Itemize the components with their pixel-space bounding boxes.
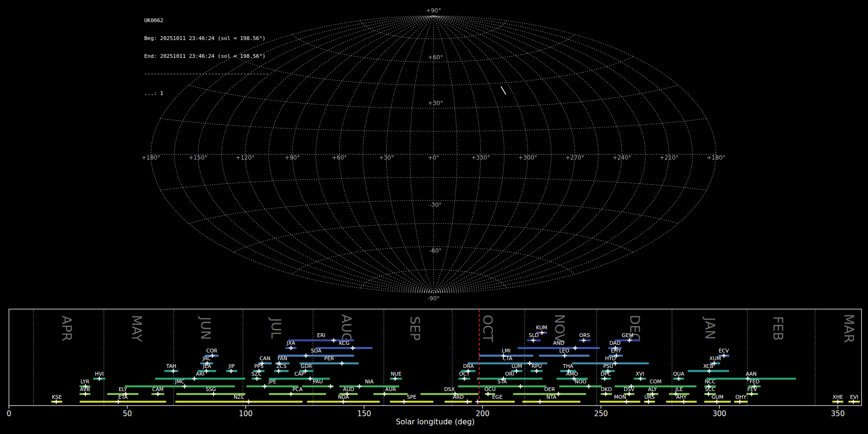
shower-peak-marker bbox=[624, 400, 629, 404]
shower-peak-marker bbox=[83, 392, 88, 396]
shower-label: MON bbox=[614, 394, 626, 400]
axis-tick-label: 350 bbox=[831, 409, 845, 418]
shower-label: NTA bbox=[546, 394, 556, 400]
shower-bar bbox=[278, 355, 354, 357]
shower-peak-marker bbox=[462, 377, 466, 381]
shower-label: THA bbox=[562, 363, 573, 369]
end-time: End: 20251011 23:46:24 (sol = 198.56°) bbox=[144, 54, 269, 59]
shower-peak-marker bbox=[465, 400, 470, 404]
shower-label: ORI bbox=[505, 371, 515, 377]
map-lon-label: +300° bbox=[518, 154, 537, 161]
shower-label: OCU bbox=[485, 386, 496, 392]
shower-label: AVB bbox=[80, 386, 90, 392]
shower-label: PCA bbox=[292, 386, 303, 392]
map-pole-label: +90° bbox=[426, 7, 441, 14]
map-lon-label: +150° bbox=[189, 154, 207, 161]
axis-tick-label: 200 bbox=[475, 409, 489, 418]
shower-peak-marker bbox=[681, 400, 686, 404]
shower-label: DSX bbox=[444, 386, 455, 392]
shower-peak-marker bbox=[97, 377, 102, 381]
shower-label: AHY bbox=[676, 394, 687, 400]
shower-peak-marker bbox=[276, 369, 281, 373]
station-id: UK0062 bbox=[144, 18, 269, 24]
shower-peak-marker bbox=[486, 392, 490, 396]
shower-label: ELY bbox=[119, 386, 127, 392]
shower-label: ORS bbox=[579, 332, 590, 338]
shower-label: SSG bbox=[205, 386, 216, 392]
shower-peak-marker bbox=[677, 377, 681, 381]
shower-bar bbox=[559, 385, 602, 387]
shower-peak-marker bbox=[638, 377, 643, 381]
month-label: AUG bbox=[339, 314, 354, 342]
shower-label: NCC bbox=[705, 379, 716, 384]
shower-peak-marker bbox=[54, 400, 58, 404]
shower-peak-marker bbox=[582, 338, 586, 342]
shower-label: FED bbox=[749, 379, 760, 384]
map-lon-label: +270° bbox=[566, 154, 584, 161]
shower-label: GEM bbox=[622, 332, 633, 338]
shower-label: NIA bbox=[365, 379, 374, 384]
axis-tick-label: 300 bbox=[713, 409, 727, 418]
shower-label: PAU bbox=[313, 379, 323, 384]
shower-label: JPE bbox=[268, 379, 276, 384]
shower-label: LUM bbox=[512, 363, 522, 369]
month-label: OCT bbox=[480, 315, 495, 342]
shower-label: GDR bbox=[301, 363, 312, 369]
shower-label: NZC bbox=[233, 394, 244, 400]
shower-label: LMI bbox=[502, 348, 511, 353]
meteor-count: ...: 1 bbox=[144, 91, 269, 96]
shower-peak-marker bbox=[402, 400, 406, 404]
shower-label: ALY bbox=[648, 386, 657, 392]
shower-label: PSU bbox=[603, 363, 613, 369]
shower-peak-marker bbox=[340, 361, 344, 366]
shower-bar bbox=[420, 393, 478, 395]
map-lon-label: +240° bbox=[612, 154, 631, 161]
shower-bar bbox=[155, 378, 245, 380]
shower-peak-marker bbox=[534, 369, 539, 373]
shower-peak-marker bbox=[341, 400, 345, 404]
shower-peak-marker bbox=[851, 400, 855, 404]
shower-label: RPU bbox=[531, 363, 542, 369]
shower-bar bbox=[477, 378, 542, 380]
shower-label: DRA bbox=[463, 363, 474, 369]
plot-header: UK0062 Beg: 20251011 23:46:24 (sol = 198… bbox=[144, 6, 269, 108]
shower-bar bbox=[176, 401, 303, 403]
shower-label: PER bbox=[324, 355, 334, 361]
map-lon-label: +180° bbox=[707, 154, 726, 161]
shower-label: AUR bbox=[385, 386, 396, 392]
shower-label: EGE bbox=[492, 394, 502, 400]
month-label: MAY bbox=[129, 315, 144, 342]
shower-label: JLE bbox=[675, 386, 683, 392]
shower-label: ZCS bbox=[276, 363, 287, 369]
shower-label: GUM bbox=[711, 394, 723, 400]
shower-peak-marker bbox=[715, 400, 719, 404]
map-lon-label: +330° bbox=[471, 154, 490, 161]
axis-tick-label: 100 bbox=[239, 409, 253, 418]
shower-bar bbox=[600, 401, 640, 403]
shower-peak-marker bbox=[836, 400, 840, 404]
shower-peak-marker bbox=[538, 400, 542, 404]
shower-bar bbox=[480, 401, 515, 403]
shower-label: FAN bbox=[277, 355, 287, 361]
shower-label: EHY bbox=[611, 348, 622, 353]
shower-label: ARD bbox=[453, 394, 464, 400]
shower-label: KCG bbox=[339, 340, 350, 346]
shower-peak-marker bbox=[706, 392, 711, 396]
shower-label: DAD bbox=[610, 340, 621, 346]
shower-label: NOO bbox=[575, 379, 586, 384]
shower-peak-marker bbox=[647, 400, 651, 404]
shower-bar bbox=[390, 401, 434, 403]
gmn-radiant-plot: +180°+150°+120°+90°+60°+30°+0°+330°+300°… bbox=[0, 0, 868, 434]
shower-peak-marker bbox=[171, 369, 176, 373]
shower-label: LYR bbox=[81, 379, 89, 384]
map-lon-label: +30° bbox=[379, 154, 394, 161]
shower-label: JRC bbox=[202, 355, 211, 361]
shower-bar bbox=[666, 401, 696, 403]
shower-peak-marker bbox=[515, 369, 519, 373]
shower-peak-marker bbox=[613, 361, 617, 366]
shower-label: AMO bbox=[566, 371, 578, 377]
map-lat-label: +60° bbox=[428, 54, 443, 61]
axis-tick-label: 250 bbox=[594, 409, 608, 418]
shower-bar bbox=[316, 347, 372, 349]
month-label: MAR bbox=[841, 314, 856, 343]
